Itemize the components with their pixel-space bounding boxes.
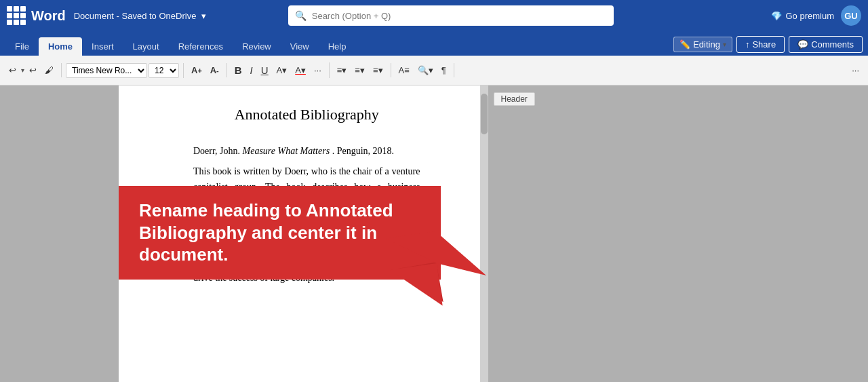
shrink-font-button[interactable]: A- <box>207 63 222 77</box>
tab-review[interactable]: Review <box>233 37 281 56</box>
tab-home[interactable]: Home <box>39 37 82 56</box>
search-icon: 🔍 <box>295 10 307 21</box>
header-label: Header <box>494 92 535 106</box>
font-size-adjust-group: A+ A- <box>188 63 227 77</box>
doc-title: Document - Saved to OneDrive <box>74 11 197 21</box>
paragraph-group: ≡▾ ≡▾ ≡▾ <box>334 63 391 77</box>
text-format-group: B I U A▾ A▾ ··· <box>231 62 330 78</box>
undo-dropdown-arrow[interactable]: ▾ <box>21 66 24 74</box>
align-button[interactable]: ≡▾ <box>370 63 387 77</box>
document-heading: Annotated Bibliography <box>193 106 420 123</box>
pencil-icon: ✏️ <box>679 39 690 50</box>
tab-layout[interactable]: Layout <box>123 37 169 56</box>
underline-button[interactable]: U <box>258 62 272 78</box>
tab-help[interactable]: Help <box>319 37 356 56</box>
font-size-select[interactable]: 12 <box>149 63 179 78</box>
grow-font-button[interactable]: A+ <box>188 63 205 77</box>
waffle-icon[interactable] <box>7 6 26 25</box>
document-page: Rename heading to Annotated Bibliography… <box>119 85 488 382</box>
chevron-down-icon: ▾ <box>723 41 726 48</box>
comment-icon: 💬 <box>797 39 808 50</box>
font-color-button[interactable]: A▾ <box>292 63 309 77</box>
tab-view[interactable]: View <box>281 37 319 56</box>
tab-file[interactable]: File <box>5 37 39 56</box>
left-margin <box>0 85 119 382</box>
search-bar[interactable]: 🔍 <box>288 5 614 26</box>
citation-publisher: . Penguin, 2018. <box>332 146 394 156</box>
user-avatar[interactable]: GU <box>841 5 861 26</box>
title-bar: Word Document - Saved to OneDrive ▾ 🔍 💎 … <box>0 0 868 31</box>
highlight-button[interactable]: A▾ <box>273 63 291 77</box>
go-premium-button[interactable]: 💎 Go premium <box>771 11 834 21</box>
citation-author: Doerr, John. <box>193 146 240 156</box>
share-button[interactable]: ↑ Share <box>736 36 785 53</box>
italic-button[interactable]: I <box>247 62 256 78</box>
find-button[interactable]: 🔍▾ <box>414 63 437 77</box>
app-name: Word <box>31 8 66 24</box>
tab-insert[interactable]: Insert <box>82 37 123 56</box>
document-area: Rename heading to Annotated Bibliography… <box>0 85 868 382</box>
annotation-callout-text: Rename heading to Annotated Bibliography… <box>139 199 420 266</box>
format-mark-button[interactable]: ¶ <box>438 63 450 77</box>
format-painter-button[interactable]: 🖌 <box>41 63 57 77</box>
formatting-toolbar: ↩ ▾ ↩ 🖌 Times New Ro... 12 A+ A- B I U A… <box>0 56 868 85</box>
bullets-button[interactable]: ≡▾ <box>334 63 351 77</box>
title-actions: 💎 Go premium GU <box>771 5 861 26</box>
more-options-button[interactable]: ··· <box>848 63 863 77</box>
arrow-svg <box>383 228 488 309</box>
font-group: Times New Ro... 12 <box>66 63 184 78</box>
share-icon: ↑ <box>745 39 750 50</box>
arrow-pointer <box>383 228 488 312</box>
tab-references[interactable]: References <box>169 37 233 56</box>
citation-title: Measure What Matters <box>243 146 330 156</box>
undo-redo-group: ↩ ▾ ↩ 🖌 <box>5 63 62 77</box>
styles-group: A≡ 🔍▾ ¶ <box>395 63 454 77</box>
title-dropdown-arrow[interactable]: ▾ <box>201 11 206 21</box>
numbering-button[interactable]: ≡▾ <box>351 63 368 77</box>
font-name-select[interactable]: Times New Ro... <box>66 63 147 78</box>
bold-button[interactable]: B <box>231 62 245 78</box>
svg-marker-1 <box>385 228 488 309</box>
more-formats-button[interactable]: ··· <box>311 63 325 77</box>
undo-button[interactable]: ↩ <box>5 63 20 77</box>
right-panel: Header <box>488 85 869 382</box>
styles-button[interactable]: A≡ <box>395 63 413 77</box>
citation-line: Doerr, John. Measure What Matters . Peng… <box>193 144 420 159</box>
comments-button[interactable]: 💬 Comments <box>789 36 863 53</box>
scrollbar-thumb[interactable] <box>481 94 488 134</box>
search-input[interactable] <box>312 11 607 21</box>
editing-mode-button[interactable]: ✏️ Editing ▾ <box>673 37 732 52</box>
premium-icon: 💎 <box>771 11 782 21</box>
redo-button[interactable]: ↩ <box>26 63 40 77</box>
